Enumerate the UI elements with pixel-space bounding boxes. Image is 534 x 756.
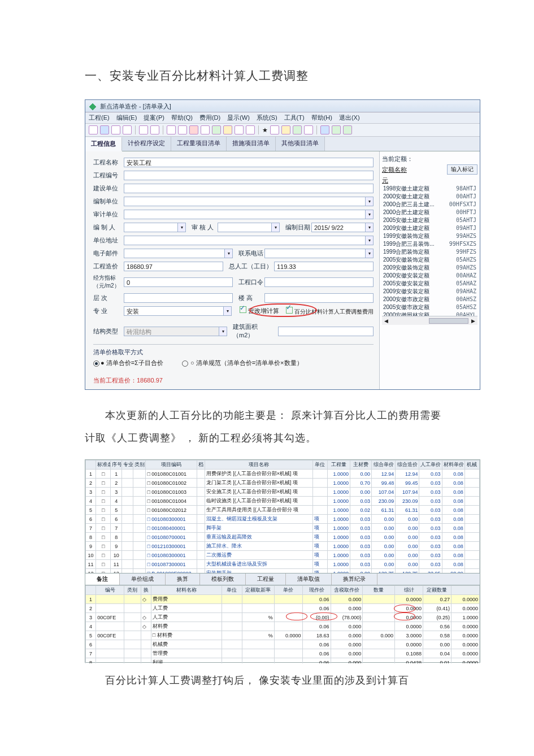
- quota-item[interactable]: 2005安徽土建定额05AHTJ: [382, 216, 477, 224]
- chevron-down-icon[interactable]: ▾: [224, 306, 232, 316]
- input-compile-unit[interactable]: [124, 197, 366, 206]
- tb-gear-icon[interactable]: [332, 125, 341, 134]
- chevron-down-icon[interactable]: ▾: [366, 249, 374, 258]
- subtab-convert[interactable]: 换算: [166, 573, 200, 585]
- chevron-down-icon[interactable]: ▾: [366, 236, 374, 245]
- scroll-thumb[interactable]: [429, 318, 468, 324]
- subtab-template[interactable]: 模板列数: [200, 573, 246, 585]
- tb-new-icon[interactable]: [89, 125, 98, 134]
- input-floors[interactable]: [124, 293, 233, 303]
- input-height[interactable]: [264, 293, 374, 303]
- checkbox-percent-labor[interactable]: 百分比材料计算人工费调整费用: [286, 307, 374, 315]
- quota-item[interactable]: 2005安徽安装定额05AHAZ: [382, 280, 477, 288]
- input-project-no[interactable]: [124, 171, 374, 180]
- menu-proposal[interactable]: 提案(P): [144, 114, 164, 122]
- tb-open-icon[interactable]: [100, 125, 109, 134]
- table-row[interactable]: 2人工费0.060.0000.0000(0.41)0.0000: [86, 604, 480, 613]
- import-mark-button[interactable]: 输入标记: [447, 164, 477, 175]
- quota-item[interactable]: 2009安徽土建定额09AHTJ: [382, 224, 477, 232]
- menu-bar[interactable]: 工程(E) 编辑(E) 提案(P) 帮助(Q) 费用(D) 显示(W) 系统(S…: [85, 112, 480, 124]
- quota-item[interactable]: 2000合肥三县土建...00HFSXTJ: [382, 201, 477, 208]
- input-audit-unit[interactable]: [124, 210, 366, 219]
- menu-tools[interactable]: 工具(T): [284, 114, 305, 122]
- tb-cut-icon[interactable]: [167, 125, 176, 134]
- quota-item[interactable]: 2000安徽安装定额00AHAZ: [382, 272, 477, 280]
- table-row[interactable]: 500C0FE□ 材料费%0.000018.630.0000.0003.0000…: [86, 631, 480, 640]
- table-row[interactable]: 8利润0.060.0000.04280.010.0000: [86, 658, 480, 664]
- horizontal-scrollbar[interactable]: ◀▶: [382, 316, 477, 325]
- tb-refresh-icon[interactable]: [212, 125, 221, 134]
- quota-item[interactable]: 2005安徽装饰定额05AHZS: [382, 256, 477, 264]
- quota-item[interactable]: 2009安徽装饰定额09AHZS: [382, 264, 477, 272]
- menu-exit[interactable]: 退出(X): [339, 114, 360, 122]
- input-email[interactable]: [124, 249, 225, 258]
- quota-item[interactable]: 1999合肥三县装饰...99HFSXZS: [382, 240, 477, 248]
- tb-detail-icon[interactable]: [123, 125, 132, 134]
- select-specialty[interactable]: 安装: [124, 306, 224, 316]
- tb-sun-icon[interactable]: [281, 125, 290, 134]
- table-row[interactable]: 7□7□ 001080400001脚手架项1.00000.030.000.000…: [86, 524, 480, 533]
- menu-help[interactable]: 帮助(H): [311, 114, 332, 122]
- tab-other-list[interactable]: 其他项目清单: [276, 137, 325, 151]
- table-row[interactable]: 5□5□ 001080C02012生产工具用具使用类 [(人工基合价部分 项1.…: [86, 506, 480, 515]
- tb-redo-icon[interactable]: [246, 125, 255, 134]
- chevron-down-icon[interactable]: ▾: [178, 223, 186, 232]
- subtab-price-comp[interactable]: 单价组成: [120, 573, 166, 585]
- price-components-grid[interactable]: 编号类别换材料名称单位定额取新率单价现作价含税取作价数量综计定额数量1◇费用费0…: [85, 585, 480, 663]
- tb-find-icon[interactable]: [223, 125, 232, 134]
- menu-display[interactable]: 显示(W): [227, 114, 250, 122]
- quota-item[interactable]: 2000安徽市政定额00AHSZ: [382, 296, 477, 303]
- chevron-down-icon[interactable]: ▾: [366, 223, 374, 232]
- quota-item[interactable]: 1998安徽土建定额98AHTJ: [382, 185, 477, 193]
- quota-item[interactable]: 1999合肥装饰定额99HFZS: [382, 248, 477, 256]
- tb-copy-icon[interactable]: [139, 125, 148, 134]
- subtab-quantity[interactable]: 工程量: [246, 573, 286, 585]
- tab-project-info[interactable]: 工程信息: [85, 137, 122, 151]
- input-unit-addr[interactable]: [124, 236, 366, 245]
- quota-item[interactable]: 2009安徽安装定额09AHAZ: [382, 288, 477, 296]
- quota-item[interactable]: 2000合肥土建定额00HFTJ: [382, 208, 477, 216]
- table-row[interactable]: 4◇材料费0.060.0000.00000.560.0000: [86, 622, 480, 631]
- input-area[interactable]: [278, 327, 374, 336]
- table-row[interactable]: 1□1□ 001080C01001用费保护类 [(人工基合价部分部×机械] 项1…: [86, 470, 480, 479]
- tb-delete-icon[interactable]: [189, 125, 198, 134]
- chevron-down-icon[interactable]: ▾: [366, 197, 374, 206]
- input-index[interactable]: 0: [124, 277, 233, 287]
- tb-grid-icon[interactable]: [304, 125, 313, 134]
- tb-win-icon[interactable]: [320, 125, 329, 134]
- tb-paste-icon[interactable]: [150, 125, 159, 134]
- tb-calc-icon[interactable]: [201, 125, 210, 134]
- input-project-name[interactable]: 安装工程: [124, 158, 374, 167]
- menu-project[interactable]: 工程(E): [89, 114, 110, 122]
- tb-print-icon[interactable]: [270, 125, 279, 134]
- table-row[interactable]: 3□3□ 001080C01003安全施工类 [(人工基合价部分部×机械] 项1…: [86, 488, 480, 497]
- input-construct-unit[interactable]: [124, 184, 374, 193]
- chevron-down-icon[interactable]: ▾: [272, 223, 280, 232]
- tb-save-icon[interactable]: [111, 125, 120, 134]
- table-row[interactable]: 7管理费0.060.0000.10880.040.0000: [86, 649, 480, 658]
- chevron-down-icon[interactable]: ▾: [366, 210, 374, 219]
- quota-list[interactable]: 1998安徽土建定额98AHTJ2000安徽土建定额00AHTJ2000合肥三县…: [382, 185, 477, 316]
- tb-attach-icon[interactable]: [178, 125, 187, 134]
- table-row[interactable]: 11□11□ 001087300001大型机械设备进出场及安拆项1.00000.…: [86, 560, 480, 569]
- checkbox-vat[interactable]: 营改增计算: [240, 306, 279, 315]
- table-row[interactable]: 10□10□ 001080300001二次搬运费项1.00000.030.000…: [86, 551, 480, 560]
- menu-system[interactable]: 系统(S): [257, 114, 277, 122]
- table-row[interactable]: 6机械费0.060.0000.00000.000.0000: [86, 640, 480, 649]
- menu-fee[interactable]: 费用(D): [199, 114, 220, 122]
- tab-measure-list[interactable]: 措施项目清单: [227, 137, 276, 151]
- input-phone[interactable]: [264, 249, 366, 258]
- quota-item[interactable]: 2000安徽园林定额00AHYL: [382, 311, 477, 316]
- radio-list-spec[interactable]: ○ 清单规范（清单合价=清单单价×数量）: [182, 359, 303, 366]
- chevron-down-icon[interactable]: ▾: [225, 249, 233, 258]
- table-row[interactable]: 6□6□ 001080300001混凝土、钢筋混凝土模板及支架项1.00000.…: [86, 515, 480, 524]
- table-row[interactable]: 1◇费用费0.060.0000.00000.270.0000: [86, 595, 480, 604]
- input-auditor[interactable]: [218, 223, 272, 232]
- tab-quantity-list[interactable]: 工程量项目清单: [171, 137, 227, 151]
- menu-edit[interactable]: 编辑(E): [116, 114, 137, 122]
- input-total-labor[interactable]: 119.33: [274, 262, 374, 271]
- tb-next-icon[interactable]: [343, 125, 352, 134]
- tb-check-icon[interactable]: [293, 125, 302, 134]
- table-row[interactable]: 300C0FE◇人工费%(0.00)(78.000)0.0000(0.25)1.…: [86, 613, 480, 622]
- subtab-remark[interactable]: 备注: [85, 573, 120, 585]
